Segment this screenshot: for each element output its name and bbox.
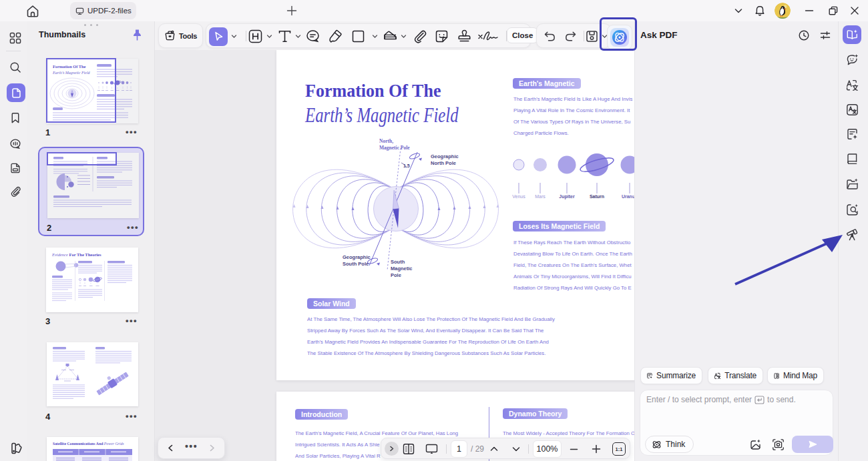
text-tool-chevron-icon[interactable] (295, 33, 301, 39)
doc-text-line: The Stable Existence Of The Atmosphere B… (307, 350, 546, 356)
ai-settings-sliders-icon[interactable] (819, 29, 831, 41)
main-toolbar: Close (206, 23, 531, 48)
planet-label: Jupiter (559, 194, 574, 199)
thumb-more-icon[interactable]: ••• (127, 222, 139, 232)
sticker-tool-icon[interactable] (434, 29, 449, 44)
back-chevron-icon[interactable] (167, 444, 174, 452)
forward-chevron-icon[interactable] (208, 444, 216, 452)
send-icon (809, 440, 817, 448)
mind-map-label: Mind Map (783, 371, 817, 380)
thumb-page-number: 1 (45, 127, 50, 137)
thumbnail-page-2-selected-card[interactable]: 2 ••• (38, 147, 144, 236)
thumb-more-icon[interactable]: ••• (126, 411, 138, 421)
voice-comment-icon[interactable] (9, 138, 21, 150)
zoom-out-icon[interactable] (569, 444, 579, 454)
think-button[interactable]: Think (645, 436, 694, 453)
doc-text-line: The Earth's Magnetic Field Is Like A Hug… (513, 96, 632, 102)
eraser-tool-icon[interactable] (383, 29, 398, 44)
svg-text:Evidence For The Theories: Evidence For The Theories (51, 252, 101, 257)
document-tab[interactable]: UPDF-2-files (70, 2, 136, 19)
send-button[interactable] (792, 436, 833, 453)
attach-tool-icon[interactable] (412, 29, 427, 44)
doc-text-line: Of The Various Types Of Rays in The Univ… (513, 119, 630, 125)
zoom-level-input[interactable]: 100% (533, 440, 562, 458)
rail-item-ai-files-icon[interactable] (845, 177, 859, 191)
next-page-icon[interactable] (511, 445, 521, 453)
signature-tool-icon[interactable] (477, 30, 499, 43)
add-image-icon[interactable] (749, 438, 762, 451)
header-tool-icon[interactable] (248, 29, 263, 44)
text-tool-icon[interactable] (277, 29, 292, 44)
placeholder-prefix: Enter / to select prompt, enter (646, 395, 752, 404)
select-tool-chevron-icon[interactable] (231, 33, 237, 39)
highlighter-tool-icon[interactable] (328, 29, 343, 44)
bookmarks-icon[interactable] (9, 112, 21, 124)
rail-item-reader-icon[interactable] (845, 152, 859, 166)
toolbar-separator (584, 31, 584, 41)
apps-grid-icon[interactable] (9, 32, 21, 44)
sidebar-item-thumbnails[interactable] (7, 83, 25, 102)
thumbnail-page-2[interactable] (47, 153, 139, 218)
close-button[interactable]: Close (507, 27, 538, 43)
close-window-icon[interactable] (849, 5, 861, 17)
shape-tool-chevron-icon[interactable] (372, 33, 378, 39)
translate-chip[interactable]: Translate (708, 367, 763, 384)
restore-window-icon[interactable] (827, 5, 839, 17)
attachments-icon[interactable] (9, 185, 21, 197)
rail-item-ai-chat-icon[interactable] (845, 53, 859, 67)
thumb-more-icon[interactable]: ••• (126, 316, 138, 326)
undo-icon[interactable] (544, 30, 556, 43)
ai-prompt-input[interactable]: Enter / to select prompt, enter to send.… (640, 390, 833, 456)
rail-item-chat-pdf[interactable] (843, 25, 861, 44)
stamp-tool-icon[interactable] (457, 29, 472, 44)
save-icon[interactable] (585, 29, 599, 43)
swatches-icon[interactable] (10, 442, 23, 455)
thumb-more-icon[interactable]: ••• (126, 127, 138, 137)
zoom-in-icon[interactable] (591, 444, 602, 454)
shape-tool-icon[interactable] (351, 29, 366, 44)
thumbnail-page-4[interactable] (47, 342, 138, 406)
placeholder-suffix: to send. (767, 395, 796, 404)
thumbnail-page-5[interactable]: Satellite Communications And Power Grids (47, 437, 138, 461)
rail-item-translate-page-icon[interactable] (845, 103, 859, 117)
tools-button[interactable]: Tools (158, 23, 203, 48)
history-clock-icon[interactable] (798, 29, 810, 41)
eraser-tool-chevron-icon[interactable] (401, 33, 407, 39)
header-tool-chevron-icon[interactable] (266, 33, 272, 39)
user-avatar[interactable] (775, 3, 791, 19)
svg-text:Satellite Communications And P: Satellite Communications And Power Grids (53, 442, 124, 446)
presentation-icon[interactable] (425, 442, 439, 456)
pin-icon[interactable] (132, 29, 143, 41)
new-tab-icon[interactable] (286, 5, 298, 17)
summarize-chip[interactable]: Summarize (640, 367, 702, 384)
titlebar-chevron-down-icon[interactable] (732, 5, 744, 17)
screenshot-camera-icon[interactable] (772, 438, 785, 451)
collapse-bar-button[interactable] (385, 442, 399, 456)
minimize-icon[interactable] (803, 5, 815, 17)
panel-drag-handle[interactable] (84, 24, 100, 27)
page-number-input[interactable]: 1 (451, 440, 467, 458)
think-label: Think (666, 440, 685, 449)
mind-map-chip[interactable]: Mind Map (767, 367, 824, 384)
redo-icon[interactable] (564, 30, 577, 43)
page-edit-icon[interactable] (9, 162, 21, 174)
panel-title: Thumbnails (39, 30, 85, 39)
rail-item-translate-icon[interactable] (845, 79, 859, 93)
thumbnail-page-1[interactable]: Formation Of The Earth’s Magnetic Field (47, 59, 138, 123)
search-icon[interactable] (9, 61, 21, 73)
doc-text-line: And Solar Particles, Playing A Vital R (295, 453, 381, 459)
previous-page-icon[interactable] (489, 445, 499, 453)
rail-item-ai-search-icon[interactable] (845, 203, 859, 217)
doc-text-line: Stripped Away By Forces Such As The Sola… (307, 328, 544, 334)
actual-size-button[interactable]: 1:1 (612, 442, 626, 456)
history-more-icon[interactable]: ••• (185, 441, 198, 452)
rail-item-summarize-icon[interactable] (845, 127, 859, 141)
home-icon[interactable] (25, 4, 40, 19)
page-layout-icon[interactable] (402, 442, 415, 456)
select-tool-button[interactable] (209, 27, 228, 46)
thumbnail-page-3[interactable]: Evidence For The Theories (46, 248, 138, 312)
rail-item-telescope-icon[interactable] (845, 228, 859, 242)
view-history-pill: ••• (158, 437, 225, 459)
comment-tool-icon[interactable] (305, 29, 320, 44)
notifications-bell-icon[interactable] (754, 5, 766, 17)
